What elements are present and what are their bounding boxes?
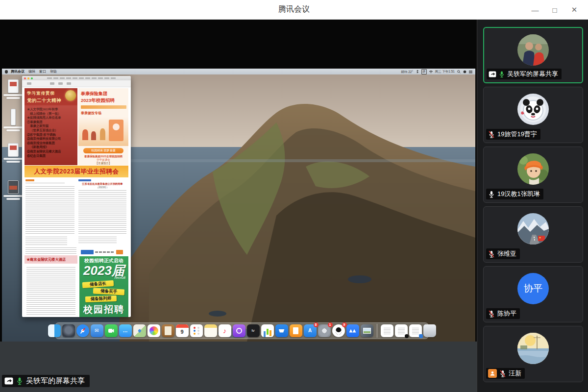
launchpad-dock-icon[interactable] [62, 324, 75, 337]
window-controls: — □ ✕ [525, 0, 584, 20]
participant-tile-zhangweiya[interactable]: 张维亚 [483, 206, 583, 263]
preview-titlebar [22, 76, 131, 80]
safari-dock-icon[interactable] [76, 324, 89, 337]
taikang-illustration [78, 117, 128, 146]
preview-body: 学习宣传贯彻 党的二十大精神 ★人文学院2022年秋季 线上招聘会（第一批）★应… [22, 87, 131, 317]
calendar-dock-icon[interactable]: 9 [176, 324, 189, 337]
preview-window[interactable]: 学习宣传贯彻 党的二十大精神 ★人文学院2022年秋季 线上招聘会（第一批）★应… [22, 76, 131, 317]
battery-status: 85% 22° [401, 70, 413, 74]
menubar-menu-2[interactable]: 窗口 [39, 69, 46, 74]
notification-center-icon[interactable] [469, 70, 472, 74]
green-poster-column: 校园招聘正式启动 2023届 recruit 储备店长 储备买手 储备陈列师 校… [79, 247, 128, 317]
doc-dock-icon[interactable] [395, 324, 408, 337]
reminders-dock-icon[interactable] [190, 324, 203, 337]
dock-badge: 1 [328, 322, 333, 327]
blue-mini-badge [419, 334, 423, 338]
participant-label: 19旅管19曹宇 [486, 129, 540, 140]
avatar [517, 153, 549, 185]
toolbar-icon[interactable] [67, 82, 71, 85]
company-logo-chip [81, 250, 94, 254]
finder-dock-icon[interactable] [48, 324, 61, 337]
dock-badge: 9 [342, 322, 347, 327]
appletv-dock-icon[interactable]: tv [247, 324, 260, 337]
wifi-icon[interactable] [429, 70, 433, 74]
participants-sidebar: 吴轶军的屏幕共享 19旅管19曹宇 19 [477, 20, 588, 392]
messages-dock-icon[interactable]: … [119, 324, 132, 337]
close-traffic-light[interactable] [24, 77, 26, 79]
job-fair-banner-text: 人文学院2023届毕业生招聘会 [34, 168, 119, 176]
party-poster-line: ⑤南京金陵状元楼大酒店 [27, 149, 76, 154]
app-store-dock-icon[interactable]: A8 [304, 324, 317, 337]
photos-dock-icon[interactable] [147, 324, 160, 337]
taikang-pill-button: 校园精英 圆梦泰康 [83, 148, 123, 153]
zoom-traffic-light[interactable] [31, 77, 33, 79]
ribbon-store-manager: 储备店长 [82, 280, 114, 288]
tencent-meeting-window: 腾讯会议 — □ ✕ [0, 0, 588, 392]
minimize-button[interactable]: — [525, 0, 545, 20]
party-poster-line: ③南京传媒科技有限公司 [27, 137, 76, 141]
doc-dock-icon[interactable] [381, 324, 393, 337]
toolbar-icon[interactable] [27, 82, 31, 85]
ribbon-merchandiser: 储备陈列师 [85, 295, 117, 302]
taikang-banner-strip [81, 105, 126, 109]
menubar-menu-3[interactable]: 帮助 [50, 69, 57, 74]
avatar: 协平 [517, 273, 549, 304]
party-poster-line: ⑥纪念日集团 [27, 154, 76, 158]
toolbar-icon[interactable] [58, 82, 63, 85]
spotlight-search-icon[interactable] [457, 70, 461, 74]
green-poster-logos [79, 247, 128, 256]
music-dock-icon[interactable]: ♪ [219, 324, 231, 337]
mic-muted-icon [488, 250, 495, 258]
maximize-button[interactable]: □ [545, 0, 564, 20]
maps-dock-icon[interactable] [133, 324, 146, 337]
hotel-heading: ★南京金陵状元楼大酒店 [24, 255, 77, 264]
desktop-file-icon-4[interactable] [2, 180, 24, 200]
toolbar-icon[interactable] [50, 82, 54, 85]
pages-dock-icon[interactable] [290, 324, 302, 337]
doc-year: （2023年） [78, 186, 126, 189]
desktop-file-icon-2[interactable] [2, 109, 24, 131]
bluetooth-icon[interactable] [416, 70, 419, 74]
facetime-dock-icon[interactable] [105, 324, 118, 337]
hotel-document: ★南京金陵状元楼大酒店 [24, 247, 77, 317]
participant-tile-zhangkailin[interactable]: 19汉教1张凯琳 [483, 147, 583, 203]
qq-dock-icon[interactable]: 9 [332, 324, 345, 337]
control-center-icon[interactable] [463, 70, 466, 74]
notes-dock-icon[interactable] [204, 324, 217, 337]
menubar-menu-0[interactable]: 腾讯会议 [11, 69, 24, 74]
avatar [517, 94, 549, 125]
participant-tile-wangxin[interactable]: 汪新 [483, 326, 583, 382]
close-button[interactable]: ✕ [564, 0, 584, 20]
keynote-dock-icon[interactable] [275, 324, 288, 337]
participant-tile-chenxieping[interactable]: 协平 陈协平 [483, 266, 583, 322]
doc-dock-icon[interactable] [409, 324, 422, 337]
mail-dock-icon[interactable]: ✉ [91, 324, 103, 337]
menubar-menus: 腾讯会议编辑窗口帮助 [11, 69, 57, 74]
dock-badge: 8 [314, 322, 318, 327]
menubar-menu-1[interactable]: 编辑 [28, 69, 35, 74]
mic-muted-icon [488, 310, 495, 318]
apple-menu-icon[interactable] [5, 70, 8, 74]
doc-heading: 江苏省直机关教育集团公开招聘简章 [78, 182, 126, 185]
desktop-file-icon-1[interactable] [2, 79, 24, 99]
avatar-initials: 协平 [524, 282, 542, 295]
participant-tile-caoyu[interactable]: 19旅管19曹宇 [483, 87, 583, 143]
desktop-file-icon-3[interactable] [2, 143, 24, 163]
system-preferences-dock-icon[interactable]: 1 [318, 324, 331, 337]
menubar-clock[interactable]: 周三 下午1:51 [435, 70, 455, 74]
hotel-body-text [26, 267, 75, 315]
mic-muted-icon [499, 370, 506, 377]
taikang-title2: 2023年校园招聘 [81, 98, 128, 104]
avatar [517, 333, 549, 364]
screenshot-dock-icon[interactable] [361, 324, 373, 337]
tencent-meeting-dock-icon[interactable] [346, 324, 359, 337]
minimize-traffic-light[interactable] [27, 77, 29, 79]
mic-on-green-icon [499, 71, 505, 78]
taikang-sub2: 空中宣讲会 [78, 158, 128, 162]
trash-dock-icon[interactable] [423, 324, 436, 337]
numbers-dock-icon[interactable] [261, 324, 274, 337]
podcasts-dock-icon[interactable] [233, 324, 245, 337]
contacts-dock-icon[interactable] [162, 324, 174, 337]
participant-tile-wuyijun[interactable]: 吴轶军的屏幕共享 [483, 27, 583, 83]
input-method-indicator[interactable]: 拼 [421, 69, 427, 74]
